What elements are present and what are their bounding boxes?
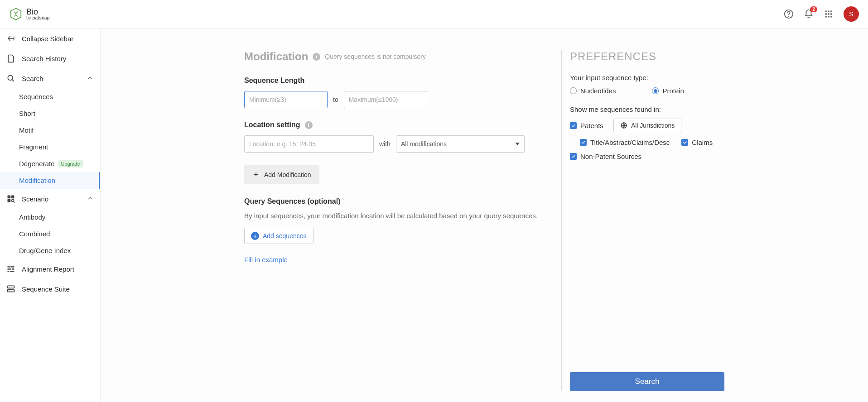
- add-sequences-button[interactable]: + Add sequences: [244, 228, 313, 244]
- search-button[interactable]: Search: [570, 372, 724, 391]
- svg-rect-14: [11, 196, 14, 199]
- info-icon[interactable]: i: [313, 53, 320, 61]
- brand-byline: by patsnap: [26, 16, 50, 20]
- title-note: Query sequences is not compulsory: [325, 53, 426, 60]
- sidebar-sub-drug-gene[interactable]: Drug/Gene Index: [0, 242, 100, 259]
- preferences-heading: PREFERENCES: [570, 50, 724, 63]
- brand-text: Bio by patsnap: [26, 8, 50, 20]
- add-modification-button[interactable]: ＋ Add Modification: [244, 165, 319, 184]
- history-label: Search History: [22, 55, 66, 62]
- checkbox-icon: [681, 139, 688, 146]
- checkbox-patents[interactable]: Patents: [570, 122, 603, 129]
- sequence-length-row: to: [244, 91, 546, 108]
- sequence-type-radios: Nucleotides Protein: [570, 87, 724, 95]
- input-type-label: Your input sequence type:: [570, 74, 724, 81]
- radio-protein[interactable]: Protein: [652, 87, 684, 95]
- checkbox-icon: [580, 139, 587, 146]
- sidebar-sub-fragment[interactable]: Fragment: [0, 139, 100, 155]
- upgrade-tag: Upgrade: [58, 160, 82, 168]
- location-input[interactable]: [244, 135, 374, 153]
- sidebar-item-search[interactable]: Search: [0, 68, 100, 88]
- svg-rect-7: [828, 13, 829, 14]
- modification-form: Modification i Query sequences is not co…: [244, 50, 546, 391]
- svg-rect-13: [8, 196, 11, 199]
- modifications-selected: All modifications: [401, 140, 447, 148]
- radio-icon: [570, 87, 577, 94]
- plus-circle-icon: +: [251, 232, 259, 240]
- radio-nucleotides[interactable]: Nucleotides: [570, 87, 616, 95]
- notifications-icon[interactable]: 2: [804, 9, 814, 19]
- modifications-select[interactable]: All modifications: [396, 135, 525, 153]
- collapse-icon: [6, 34, 15, 43]
- query-sequences-desc: By input sequences, your modification lo…: [244, 212, 546, 220]
- alignment-label: Alignment Report: [22, 265, 74, 273]
- sidebar-sub-motif[interactable]: Motif: [0, 122, 100, 139]
- svg-point-12: [8, 75, 13, 80]
- preferences-panel: PREFERENCES Your input sequence type: Nu…: [561, 50, 724, 391]
- alignment-icon: [6, 264, 15, 273]
- caret-down-icon: [515, 143, 520, 145]
- page-title: Modification i Query sequences is not co…: [244, 50, 546, 63]
- info-icon[interactable]: i: [305, 121, 313, 129]
- sidebar-sub-modification[interactable]: Modification: [0, 172, 100, 189]
- checkbox-tacd[interactable]: Title/Abstract/Claims/Desc: [580, 139, 670, 146]
- sidebar-sub-combined[interactable]: Combined: [0, 225, 100, 242]
- minimum-input[interactable]: [244, 91, 328, 108]
- collapse-label: Collapse Sidebar: [22, 35, 73, 43]
- fill-example-link[interactable]: Fill in example: [244, 256, 546, 263]
- svg-rect-5: [830, 11, 832, 12]
- collapse-sidebar-button[interactable]: Collapse Sidebar: [0, 29, 100, 48]
- radio-icon: [652, 87, 659, 94]
- search-icon: [6, 74, 15, 83]
- app-header: Bio by patsnap 2 S: [0, 0, 868, 29]
- sidebar-sub-degenerate[interactable]: DegenerateUpgrade: [0, 155, 100, 172]
- globe-icon: [620, 122, 627, 129]
- user-avatar[interactable]: S: [844, 6, 859, 22]
- svg-rect-23: [8, 286, 14, 288]
- sidebar-item-suite[interactable]: Sequence Suite: [0, 279, 100, 299]
- help-icon[interactable]: [784, 9, 794, 19]
- all-jurisdictions-button[interactable]: All Jurisdictions: [613, 119, 681, 132]
- sidebar-item-history[interactable]: Search History: [0, 48, 100, 68]
- sidebar-sub-sequences[interactable]: Sequences: [0, 88, 100, 105]
- svg-point-16: [12, 200, 14, 202]
- svg-rect-8: [830, 13, 832, 14]
- svg-rect-21: [8, 271, 9, 272]
- svg-rect-17: [8, 266, 10, 268]
- plus-icon: ＋: [252, 170, 260, 179]
- main-content: Modification i Query sequences is not co…: [101, 29, 868, 402]
- patent-sub-checks: Title/Abstract/Claims/Desc Claims: [580, 139, 724, 146]
- svg-rect-22: [10, 271, 14, 272]
- svg-rect-19: [8, 268, 11, 270]
- svg-rect-15: [8, 199, 11, 202]
- checkbox-icon: [570, 122, 577, 129]
- apps-grid-icon[interactable]: [824, 9, 834, 19]
- svg-rect-20: [12, 268, 14, 270]
- sidebar-item-alignment[interactable]: Alignment Report: [0, 259, 100, 279]
- svg-rect-9: [825, 16, 827, 17]
- search-label: Search: [22, 75, 43, 82]
- svg-rect-24: [8, 290, 14, 292]
- svg-rect-3: [825, 11, 827, 12]
- suite-icon: [6, 284, 15, 293]
- maximum-input[interactable]: [344, 91, 427, 108]
- notification-badge: 2: [810, 6, 817, 12]
- patents-row: Patents All Jurisdictions: [570, 119, 724, 132]
- svg-rect-11: [830, 16, 832, 17]
- sidebar-sub-short[interactable]: Short: [0, 105, 100, 122]
- svg-rect-18: [10, 266, 14, 268]
- sidebar: Collapse Sidebar Search History Search S…: [0, 29, 101, 402]
- checkbox-icon: [570, 153, 577, 160]
- location-row: with All modifications: [244, 135, 546, 153]
- found-in-label: Show me sequences found in:: [570, 105, 724, 113]
- brand-title: Bio: [26, 8, 50, 16]
- checkbox-claims[interactable]: Claims: [681, 139, 713, 146]
- chevron-up-icon: [87, 195, 94, 203]
- brand-logo[interactable]: Bio by patsnap: [9, 7, 50, 21]
- query-sequences-label: Query Sequences (optional): [244, 197, 546, 206]
- checkbox-nonpatent[interactable]: Non-Patent Sources: [570, 153, 724, 160]
- sidebar-sub-antibody[interactable]: Antibody: [0, 209, 100, 225]
- scenario-icon: [6, 194, 15, 203]
- sequence-length-label: Sequence Length: [244, 77, 546, 85]
- sidebar-item-scenario[interactable]: Scenario: [0, 189, 100, 209]
